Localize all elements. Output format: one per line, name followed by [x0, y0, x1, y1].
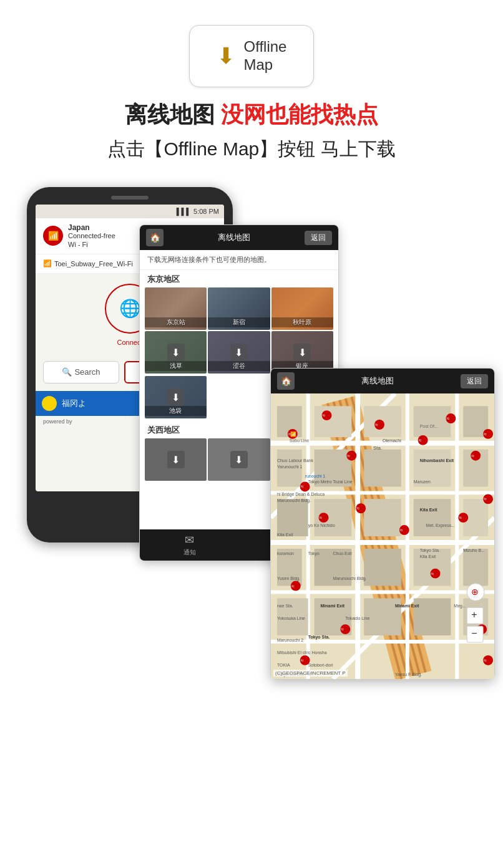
- svg-text:Mizuho B...: Mizuho B...: [463, 548, 485, 552]
- svg-text:Tokyo: Tokyo: [308, 551, 320, 556]
- area-kansai-1[interactable]: ⬇: [145, 438, 207, 481]
- map-content: Sobu Line Post Of... Otemachi Sta. Chuo …: [271, 393, 494, 679]
- area-akihabara[interactable]: 秋叶原: [271, 287, 333, 330]
- tokyo-region-title: 东京地区: [140, 270, 338, 287]
- svg-text:Nihombashi Exit: Nihombashi Exit: [420, 458, 454, 463]
- map-home-button[interactable]: 🏠: [277, 372, 295, 390]
- svg-text:yo Ko Nichido: yo Ko Nichido: [308, 523, 335, 528]
- svg-text:≈: ≈: [446, 415, 449, 422]
- app-tagline2: Wi - Fi: [68, 241, 115, 249]
- phone-mockup-wrapper: ▌▌▌ 5:08 PM 📶 Japan Connected-free Wi - …: [27, 187, 476, 842]
- signal-icon: ▌▌▌: [177, 208, 191, 215]
- area-label-shinjuku: 新宿: [208, 317, 270, 327]
- home-button[interactable]: 🏠: [146, 229, 164, 246]
- wifi-signal-icon: 📶: [43, 259, 52, 268]
- wifi-icon: 📶: [48, 231, 59, 241]
- svg-text:Tokaido Line: Tokaido Line: [345, 616, 369, 620]
- svg-text:Yarunouchi 1: Yarunouchi 1: [277, 465, 303, 469]
- area-ikebukuro[interactable]: ⬇ 池袋: [145, 376, 207, 418]
- area-shibuya[interactable]: ⬇ 涩谷: [208, 331, 270, 374]
- map-back-button[interactable]: 返回: [461, 374, 488, 388]
- svg-text:≈: ≈: [419, 437, 422, 443]
- svg-text:Yaesu F Bldg.: Yaesu F Bldg.: [395, 672, 422, 677]
- map-svg: Sobu Line Post Of... Otemachi Sta. Chuo …: [271, 393, 494, 679]
- svg-text:Tokyo Sta.: Tokyo Sta.: [420, 548, 441, 553]
- area-label-tokyo: 东京站: [145, 317, 207, 327]
- offline-map-header: 🏠 离线地图 返回: [140, 225, 338, 250]
- download-icon-kansai-2: ⬇: [230, 451, 248, 468]
- svg-text:Maruzen: Maruzen: [414, 480, 431, 484]
- offline-map-description: 下载无网络连接条件下也可使用的地图。: [140, 250, 338, 270]
- wifi-network-label: Toei_Subway_Free_Wi-Fi: [54, 260, 133, 268]
- map-header: 🏠 离线地图 返回: [271, 369, 494, 393]
- svg-text:Meg...: Meg...: [454, 604, 466, 609]
- svg-text:Yusen Bldg.: Yusen Bldg.: [277, 576, 300, 581]
- svg-text:Yokosuka Line: Yokosuka Line: [277, 616, 305, 620]
- phone-status-bar: ▌▌▌ 5:08 PM: [36, 205, 224, 218]
- search-label: Search: [74, 367, 100, 377]
- fukuoka-ball: [42, 396, 57, 411]
- status-time: 5:08 PM: [193, 208, 219, 215]
- svg-rect-31: [364, 549, 401, 586]
- svg-text:+: +: [471, 609, 477, 620]
- svg-text:≈: ≈: [301, 657, 304, 663]
- area-ginza[interactable]: ⬇ 银座: [271, 331, 333, 374]
- svg-text:TOKIA: TOKIA: [277, 663, 290, 667]
- offline-map-title: 离线地图: [218, 232, 250, 243]
- svg-text:−: −: [471, 628, 477, 639]
- japan-wifi-logo: 📶: [43, 226, 63, 246]
- svg-text:Marunouchi 2: Marunouchi 2: [277, 638, 303, 642]
- svg-text:Chuo Exit: Chuo Exit: [333, 551, 351, 556]
- area-kansai-2[interactable]: ⬇: [208, 438, 270, 481]
- map-title: 离线地图: [361, 375, 394, 387]
- svg-text:hi Bridge Dean & Deluca: hi Bridge Dean & Deluca: [277, 492, 325, 497]
- svg-text:⊕: ⊕: [471, 587, 479, 597]
- svg-text:nae Sta.: nae Sta.: [277, 604, 293, 608]
- svg-text:≈: ≈: [431, 571, 434, 577]
- svg-text:≈: ≈: [323, 412, 326, 418]
- svg-text:≈: ≈: [347, 453, 350, 459]
- svg-rect-30: [364, 499, 401, 536]
- back-button[interactable]: 返回: [305, 231, 332, 245]
- globe-icon: 🌐: [119, 298, 141, 319]
- svg-text:Sta.: Sta.: [373, 445, 382, 451]
- svg-text:≈: ≈: [288, 431, 291, 437]
- search-button[interactable]: 🔍 Search: [43, 361, 119, 383]
- svg-text:≈: ≈: [400, 527, 403, 533]
- svg-text:≈: ≈: [484, 431, 487, 437]
- area-tokyo-station[interactable]: 东京站: [145, 287, 207, 330]
- svg-rect-35: [414, 499, 451, 536]
- phone-speaker: [111, 196, 149, 200]
- svg-text:Marunouchi Bldg.: Marunouchi Bldg.: [333, 576, 366, 581]
- app-tagline: Connected-free: [68, 232, 115, 240]
- download-icon: ⬇: [217, 43, 235, 69]
- svg-text:≈: ≈: [484, 657, 487, 663]
- area-asakusa[interactable]: ⬇ 浅草: [145, 331, 207, 374]
- svg-text:≈: ≈: [471, 453, 474, 459]
- download-icon-ikebukuro: ⬇: [167, 388, 184, 406]
- search-icon: 🔍: [62, 367, 72, 377]
- svg-text:Sobu Line: Sobu Line: [290, 438, 309, 443]
- svg-text:≈: ≈: [291, 583, 295, 589]
- svg-text:Chuo Labour Bank: Chuo Labour Bank: [277, 458, 314, 463]
- svg-text:≈: ≈: [484, 496, 487, 502]
- wifi-network-name: 📶 Toei_Subway_Free_Wi-Fi: [43, 259, 133, 268]
- area-shinjuku[interactable]: 新宿: [208, 287, 270, 330]
- download-icon-kansai-1: ⬇: [167, 451, 185, 468]
- subheadline: 点击【Offline Map】按钮 马上下载: [107, 137, 395, 162]
- download-icon-shibuya: ⬇: [230, 344, 248, 361]
- japan-wifi-text: Japan Connected-free Wi - Fi: [68, 223, 115, 249]
- svg-text:≈: ≈: [320, 514, 323, 521]
- notifications-label: 通知: [183, 548, 196, 557]
- area-label-akihabara: 秋叶原: [271, 317, 333, 327]
- svg-text:runouchi 1: runouchi 1: [305, 474, 326, 478]
- download-icon-ginza: ⬇: [293, 344, 311, 361]
- svg-text:Sotobori-dori: Sotobori-dori: [308, 663, 333, 667]
- bottom-nav-notifications[interactable]: ✉ 通知: [140, 529, 239, 561]
- svg-text:Post Of...: Post Of...: [420, 424, 438, 428]
- svg-text:Kita Exit: Kita Exit: [420, 554, 436, 559]
- notifications-icon: ✉: [185, 533, 194, 547]
- map-attribution: (C)GEOSPACE/INCREMENT P: [273, 670, 348, 677]
- svg-rect-20: [277, 499, 308, 536]
- svg-rect-37: [414, 598, 451, 635]
